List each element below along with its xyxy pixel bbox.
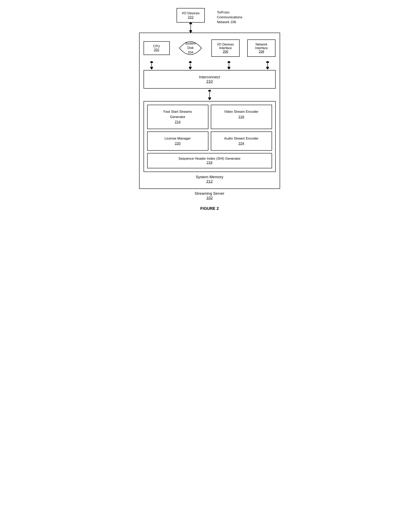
streaming-server-number: 102: [206, 196, 213, 200]
license-manager-label: License Manager: [150, 136, 206, 141]
components-row: CPU 202 System Disk 204 I/O: [144, 37, 276, 59]
system-disk-wrapper: System Disk 204: [177, 37, 204, 59]
streaming-server-label: Streaming Server 102: [139, 191, 280, 200]
io-devices-top-label: I/O Devices: [179, 11, 202, 15]
streaming-server-box: CPU 202 System Disk 204 I/O: [139, 33, 280, 189]
system-memory-text: System Memory: [196, 175, 223, 179]
arrow-net-iface: [266, 61, 270, 69]
network-interface-number: 208: [250, 50, 273, 53]
system-disk-svg: [177, 37, 204, 59]
modules-outer-box: Fast Start Streams Generator 214 Video S…: [144, 101, 276, 172]
cpu-number: 202: [146, 48, 167, 52]
audio-encoder-label: Audio Stream Encoder: [213, 136, 270, 141]
arrows-row-1: [144, 61, 276, 69]
fast-start-number: 214: [150, 119, 206, 125]
interconnect-box: Interconnect 210: [144, 70, 276, 89]
to-from-line2: Communications: [217, 15, 242, 20]
system-disk-container: System Disk 204: [177, 37, 204, 59]
center-arrow-down: [144, 89, 276, 101]
io-interface-box: I/O Devices Interface 206: [211, 39, 240, 57]
center-arrow-svg: [208, 90, 212, 100]
to-from-line3: Network 106: [217, 20, 242, 25]
arrow-svg-net-iface: [266, 61, 270, 69]
streaming-server-text: Streaming Server: [195, 191, 224, 195]
video-encoder-box: Video Stream Encoder 216: [211, 105, 272, 129]
arrow-svg-cpu: [150, 61, 154, 69]
cpu-label: CPU: [146, 44, 167, 48]
figure-label: FIGURE 2: [139, 206, 280, 211]
system-memory-number: 212: [206, 179, 213, 183]
system-memory-label: System Memory 212: [144, 172, 276, 184]
license-manager-number: 220: [150, 141, 206, 146]
audio-encoder-number: 224: [213, 141, 270, 146]
interconnect-label: Interconnect: [146, 75, 273, 79]
to-from-line1: To/From: [217, 10, 242, 15]
io-interface-label: I/O Devices Interface: [214, 43, 237, 50]
arrow-svg-io: [189, 23, 193, 33]
io-devices-top-box: I/O Devices 222: [177, 8, 205, 23]
arrow-svg-disk: [188, 61, 192, 69]
io-devices-top-number: 222: [179, 15, 202, 19]
shi-generator-number: 218: [150, 161, 270, 165]
modules-grid: Fast Start Streams Generator 214 Video S…: [147, 105, 272, 151]
network-interface-label: Network Interface: [250, 43, 273, 50]
arrow-svg-io-iface: [227, 61, 231, 69]
arrow-io-iface: [227, 61, 231, 69]
io-devices-top-wrapper: I/O Devices 222: [177, 8, 205, 33]
video-encoder-number: 216: [213, 114, 270, 120]
fast-start-box: Fast Start Streams Generator 214: [147, 105, 208, 129]
interconnect-number: 210: [146, 79, 273, 84]
external-top-area: I/O Devices 222: [139, 8, 280, 33]
network-interface-box: Network Interface 208: [247, 39, 275, 57]
video-encoder-label: Video Stream Encoder: [213, 109, 270, 114]
arrow-cpu: [150, 61, 154, 69]
to-from-wrapper: To/From Communications Network 106: [217, 8, 242, 24]
fast-start-label: Fast Start Streams Generator: [150, 109, 206, 119]
diagram: I/O Devices 222: [139, 8, 280, 211]
cpu-box: CPU 202: [144, 41, 170, 55]
arrow-disk: [188, 61, 192, 69]
io-interface-number: 206: [214, 50, 237, 53]
audio-encoder-box: Audio Stream Encoder 224: [211, 131, 272, 151]
shi-generator-box: Sequence Header Index (SHI) Generator 21…: [147, 153, 272, 168]
shi-generator-label: Sequence Header Index (SHI) Generator: [150, 157, 270, 161]
license-manager-box: License Manager 220: [147, 131, 208, 151]
arrow-io-down: [189, 23, 193, 33]
